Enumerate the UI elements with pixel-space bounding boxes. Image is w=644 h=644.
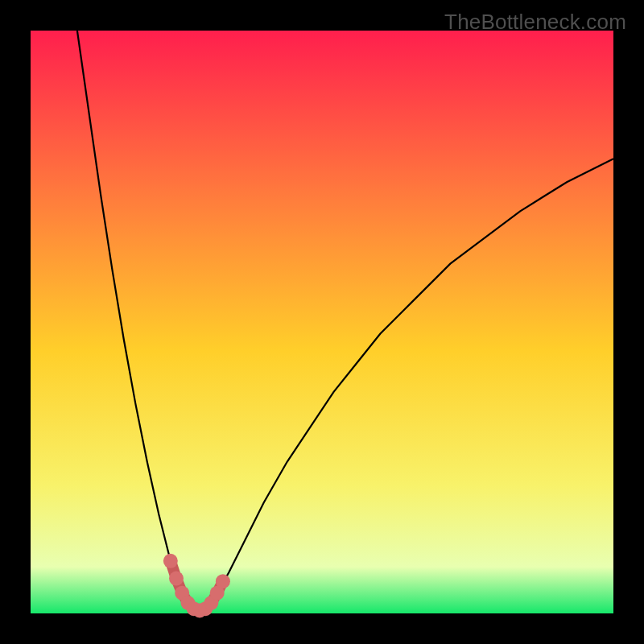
marker-dot <box>216 574 230 588</box>
marker-dot <box>169 572 184 586</box>
watermark-text: TheBottleneck.com <box>444 10 626 35</box>
chart-svg <box>31 31 613 613</box>
plot-area <box>31 31 613 613</box>
chart-frame: TheBottleneck.com <box>0 0 644 644</box>
marker-dot <box>163 554 178 568</box>
bottleneck-curve <box>77 31 613 610</box>
